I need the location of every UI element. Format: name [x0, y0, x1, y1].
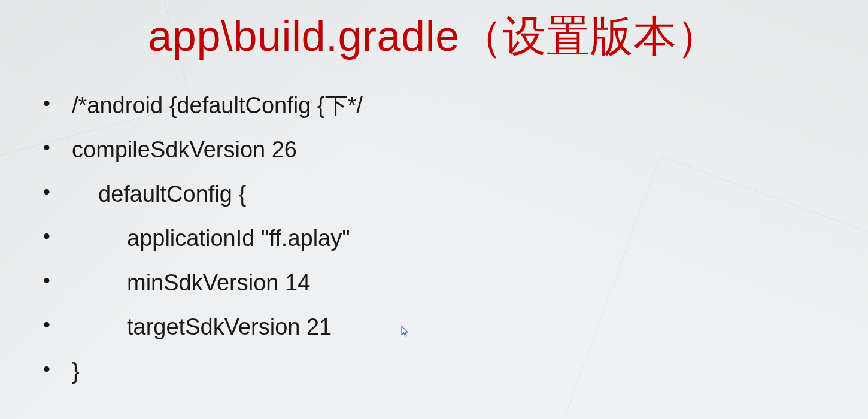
list-item: }: [35, 349, 844, 393]
list-item: applicationId "ff.aplay": [35, 216, 844, 260]
slide-title: app\build.gradle（设置版本）: [24, 0, 844, 66]
bullet-text: minSdkVersion 14: [127, 270, 310, 295]
bullet-text: applicationId "ff.aplay": [127, 226, 350, 251]
bullet-text: defaultConfig {: [98, 181, 246, 207]
bullet-text: }: [72, 359, 80, 384]
slide: app\build.gradle（设置版本） /*android {defaul…: [0, 0, 868, 419]
bullet-list: /*android {defaultConfig {下*/ compileSdk…: [24, 83, 844, 394]
list-item: compileSdkVersion 26: [35, 127, 844, 172]
list-item: defaultConfig {: [35, 172, 844, 216]
list-item: minSdkVersion 14: [35, 260, 844, 305]
bullet-text: targetSdkVersion 21: [127, 314, 332, 339]
list-item: targetSdkVersion 21: [35, 305, 844, 349]
bullet-text: compileSdkVersion 26: [72, 137, 297, 162]
bullet-text: /*android {defaultConfig {下*/: [72, 93, 363, 118]
list-item: /*android {defaultConfig {下*/: [35, 83, 844, 127]
